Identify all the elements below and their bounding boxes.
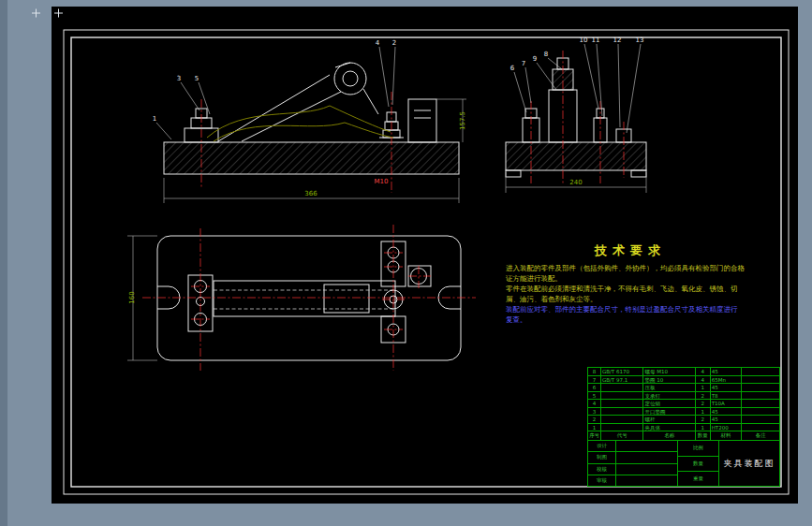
bom-cell: 7 [588,376,601,385]
titleblock-label-weight: 重量 [678,472,719,487]
titleblock-value-cell [616,475,678,487]
bom-cell: 1 [696,408,711,416]
bom-cell [742,416,779,424]
bom-cell: 开口垫圈 [643,408,695,416]
bom-cell: 5 [588,392,601,401]
titleblock-label-scale: 比例 [678,441,719,457]
balloon-13: 13 [636,37,644,44]
viewport-left-margin [0,0,7,526]
tech-line: 复查。 [506,314,755,325]
titleblock-label-draw: 制图 [588,452,616,463]
bom-cell: 数量 [696,431,711,441]
titleblock-label-approve: 审核 [588,475,616,487]
title-block-signature-grid: 设计 制图 校核 审核 [588,441,678,487]
bom-cell: T10A [711,400,743,408]
dim-label-157.5: 157.5 [460,111,466,130]
tech-line: 屑、油污、着色剂和灰尘等。 [506,294,755,304]
bom-row: 3开口垫圈145 [588,408,779,416]
dim-label-160: 160 [129,291,136,303]
bom-cell: GB/T 97.1 [601,376,644,385]
bom-cell: 压板 [643,384,695,392]
balloon-11: 11 [592,37,600,44]
bom-cell [601,416,644,424]
bom-cell: 螺杆 [643,416,695,424]
tech-line: 零件在装配前必须清理和清洗干净，不得有毛刺、飞边、氧化皮、锈蚀、切 [506,284,755,294]
bom-cell: 定位销 [643,400,695,408]
bom-table: 8GB/T 6170螺母 M104457GB/T 97.1垫圈 10465Mn6… [588,368,779,441]
bom-cell: 45 [711,408,743,416]
bom-row: 6压板145 [588,384,779,392]
balloon-5: 5 [195,76,199,82]
bom-cell: 1 [588,424,601,432]
titleblock-label-check: 校核 [588,464,616,475]
bom-cell: 2 [588,416,601,424]
bom-cell: 4 [696,376,711,385]
bom-cell: 45 [711,416,743,424]
dim-label-240: 240 [569,180,582,186]
bom-cell [742,384,779,392]
bom-cell [742,424,779,432]
balloon-2: 2 [392,40,396,47]
balloon-12: 12 [613,37,622,44]
technical-requirements-title: 技术要求 [506,242,755,259]
bom-cell: 2 [696,400,711,408]
balloon-7: 7 [522,61,525,67]
bom-row: 1夹具体1HT200 [588,424,779,432]
bom-cell: 备注 [742,431,779,441]
tech-line: 装配前应对零、部件的主要配合尺寸，特别是过盈配合尺寸及相关精度进行 [506,304,755,314]
bom-cell [601,392,644,401]
bom-cell: 2 [696,416,711,424]
dim-label-366: 366 [304,191,317,197]
cad-viewport[interactable]: 13542679810111213 366157.5240160M10 技术要求… [0,0,812,526]
technical-requirements: 技术要求 进入装配的零件及部件（包括外购件、外协件），均必须具有检验部门的合格证… [506,242,755,325]
bom-cell: 45 [711,384,743,392]
bom-cell: 6 [588,384,601,392]
title-block-scale-grid: 比例 数量 重量 [678,441,719,487]
bom-row: 8GB/T 6170螺母 M10445 [588,368,779,376]
bom-cell [742,408,779,416]
bom-cell: 垫圈 10 [643,376,695,385]
title-block: 8GB/T 6170螺母 M104457GB/T 97.1垫圈 10465Mn6… [587,367,780,487]
bom-cell [601,400,644,408]
bom-row: 5支承钉2T8 [588,392,779,401]
tech-line: 证方能进行装配。 [506,273,755,284]
bom-cell: HT200 [711,424,743,432]
balloon-3: 3 [177,76,181,82]
bom-cell [742,392,779,401]
bom-cell: 夹具体 [643,424,695,432]
bom-cell: GB/T 6170 [601,368,644,376]
bom-cell: 材料 [711,431,743,441]
bom-row: 4定位销2T10A [588,400,779,408]
dim-label-M10: M10 [375,179,389,185]
bom-cell: 支承钉 [643,392,695,401]
bom-cell: 螺母 M10 [643,368,695,376]
bom-cell: 1 [696,424,711,432]
bom-cell: 代号 [601,431,644,441]
bom-row: 7GB/T 97.1垫圈 10465Mn [588,376,779,385]
titleblock-value-cell [616,441,678,452]
balloon-4: 4 [376,40,379,47]
bom-cell: 65Mn [711,376,743,385]
bom-cell: 45 [711,368,743,376]
bom-cell: 1 [696,384,711,392]
bom-cell: 3 [588,408,601,416]
balloon-10: 10 [580,37,588,44]
titleblock-value-cell [616,464,678,475]
bom-row: 2螺杆245 [588,416,779,424]
balloon-1: 1 [153,116,156,123]
title-block-bottom: 设计 制图 校核 审核 比例 数量 重量 夹具装配图 [588,441,779,487]
bom-cell: 2 [696,392,711,401]
drawing-title: 夹具装配图 [719,441,779,487]
bom-cell [742,376,779,385]
bom-cell [742,368,779,376]
bom-cell [742,400,779,408]
balloon-9: 9 [533,56,537,63]
balloon-6: 6 [510,66,514,72]
tech-lines: 进入装配的零件及部件（包括外购件、外协件），均必须具有检验部门的合格证方能进行装… [506,263,755,325]
bom-cell: 名称 [643,431,695,441]
titleblock-label-design: 设计 [588,441,616,452]
bom-header-row: 序号代号名称数量材料备注 [588,431,779,441]
bom-cell: 8 [588,368,601,376]
bom-cell: T8 [711,392,743,401]
bom-cell: 4 [696,368,711,376]
